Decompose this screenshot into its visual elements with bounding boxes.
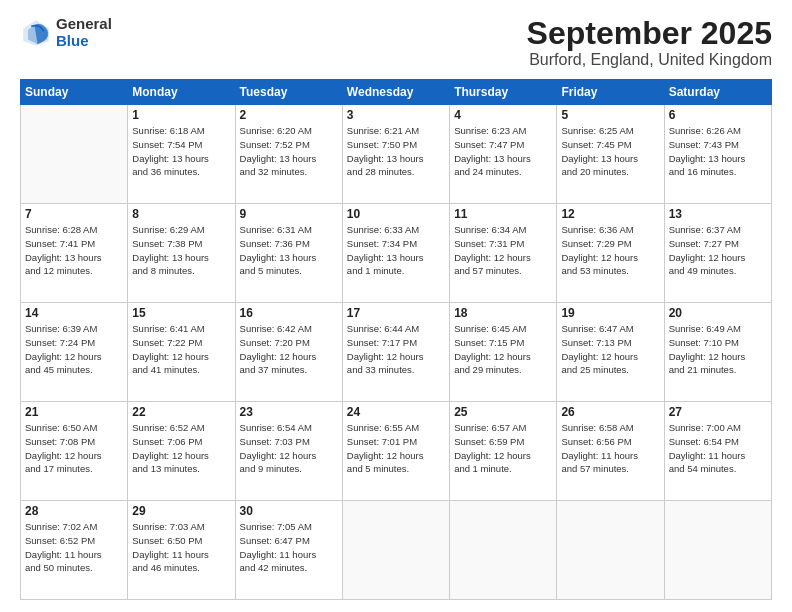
day-info: and 37 minutes. xyxy=(240,363,338,377)
col-thursday: Thursday xyxy=(450,80,557,105)
col-sunday: Sunday xyxy=(21,80,128,105)
day-number: 21 xyxy=(25,405,123,419)
day-info: and 42 minutes. xyxy=(240,561,338,575)
day-info: Daylight: 11 hours xyxy=(240,548,338,562)
day-info: Sunrise: 6:31 AM xyxy=(240,223,338,237)
day-info: Sunset: 7:34 PM xyxy=(347,237,445,251)
day-number: 25 xyxy=(454,405,552,419)
table-row: 4Sunrise: 6:23 AMSunset: 7:47 PMDaylight… xyxy=(450,105,557,204)
day-info: and 57 minutes. xyxy=(454,264,552,278)
day-info: and 46 minutes. xyxy=(132,561,230,575)
day-info: Sunset: 7:24 PM xyxy=(25,336,123,350)
day-info: Sunset: 7:45 PM xyxy=(561,138,659,152)
day-info: Sunrise: 6:37 AM xyxy=(669,223,767,237)
day-info: Sunset: 7:47 PM xyxy=(454,138,552,152)
day-info: Daylight: 12 hours xyxy=(25,350,123,364)
day-info: Sunrise: 6:55 AM xyxy=(347,421,445,435)
day-number: 20 xyxy=(669,306,767,320)
day-info: Sunrise: 7:00 AM xyxy=(669,421,767,435)
calendar-row-4: 28Sunrise: 7:02 AMSunset: 6:52 PMDayligh… xyxy=(21,501,772,600)
day-number: 9 xyxy=(240,207,338,221)
header: General Blue September 2025 Burford, Eng… xyxy=(20,16,772,69)
day-number: 27 xyxy=(669,405,767,419)
day-number: 5 xyxy=(561,108,659,122)
day-info: Sunset: 7:13 PM xyxy=(561,336,659,350)
day-info: Daylight: 11 hours xyxy=(25,548,123,562)
day-info: Sunrise: 6:45 AM xyxy=(454,322,552,336)
day-number: 29 xyxy=(132,504,230,518)
day-info: Sunset: 6:50 PM xyxy=(132,534,230,548)
day-info: and 28 minutes. xyxy=(347,165,445,179)
day-info: and 1 minute. xyxy=(454,462,552,476)
day-info: Sunrise: 6:54 AM xyxy=(240,421,338,435)
day-info: Sunset: 7:08 PM xyxy=(25,435,123,449)
page: General Blue September 2025 Burford, Eng… xyxy=(0,0,792,612)
day-info: Sunrise: 7:02 AM xyxy=(25,520,123,534)
table-row: 20Sunrise: 6:49 AMSunset: 7:10 PMDayligh… xyxy=(664,303,771,402)
table-row: 13Sunrise: 6:37 AMSunset: 7:27 PMDayligh… xyxy=(664,204,771,303)
day-info: and 53 minutes. xyxy=(561,264,659,278)
table-row: 1Sunrise: 6:18 AMSunset: 7:54 PMDaylight… xyxy=(128,105,235,204)
calendar-row-0: 1Sunrise: 6:18 AMSunset: 7:54 PMDaylight… xyxy=(21,105,772,204)
day-number: 7 xyxy=(25,207,123,221)
col-monday: Monday xyxy=(128,80,235,105)
table-row xyxy=(450,501,557,600)
day-info: and 32 minutes. xyxy=(240,165,338,179)
day-info: Sunset: 7:15 PM xyxy=(454,336,552,350)
table-row: 22Sunrise: 6:52 AMSunset: 7:06 PMDayligh… xyxy=(128,402,235,501)
day-info: Sunrise: 6:21 AM xyxy=(347,124,445,138)
day-info: and 5 minutes. xyxy=(240,264,338,278)
table-row: 24Sunrise: 6:55 AMSunset: 7:01 PMDayligh… xyxy=(342,402,449,501)
day-info: and 17 minutes. xyxy=(25,462,123,476)
logo-general: General xyxy=(56,16,112,33)
day-info: Sunrise: 6:26 AM xyxy=(669,124,767,138)
day-info: Sunrise: 6:29 AM xyxy=(132,223,230,237)
calendar-row-3: 21Sunrise: 6:50 AMSunset: 7:08 PMDayligh… xyxy=(21,402,772,501)
day-info: Sunset: 6:56 PM xyxy=(561,435,659,449)
day-info: Sunset: 7:03 PM xyxy=(240,435,338,449)
table-row: 27Sunrise: 7:00 AMSunset: 6:54 PMDayligh… xyxy=(664,402,771,501)
table-row: 29Sunrise: 7:03 AMSunset: 6:50 PMDayligh… xyxy=(128,501,235,600)
day-info: Daylight: 13 hours xyxy=(347,251,445,265)
day-info: Daylight: 12 hours xyxy=(240,449,338,463)
day-info: Daylight: 12 hours xyxy=(25,449,123,463)
day-info: Sunrise: 6:18 AM xyxy=(132,124,230,138)
table-row xyxy=(664,501,771,600)
day-info: Sunrise: 6:28 AM xyxy=(25,223,123,237)
day-info: Sunrise: 6:23 AM xyxy=(454,124,552,138)
day-info: Daylight: 12 hours xyxy=(240,350,338,364)
day-info: Sunset: 7:38 PM xyxy=(132,237,230,251)
day-info: and 24 minutes. xyxy=(454,165,552,179)
day-info: Sunrise: 6:20 AM xyxy=(240,124,338,138)
day-info: and 49 minutes. xyxy=(669,264,767,278)
day-number: 11 xyxy=(454,207,552,221)
logo-text: General Blue xyxy=(56,16,112,49)
day-number: 30 xyxy=(240,504,338,518)
table-row: 15Sunrise: 6:41 AMSunset: 7:22 PMDayligh… xyxy=(128,303,235,402)
day-info: Daylight: 13 hours xyxy=(25,251,123,265)
day-number: 24 xyxy=(347,405,445,419)
day-info: Sunset: 6:47 PM xyxy=(240,534,338,548)
day-info: and 57 minutes. xyxy=(561,462,659,476)
day-info: Sunset: 7:20 PM xyxy=(240,336,338,350)
day-info: Sunrise: 6:36 AM xyxy=(561,223,659,237)
day-info: Daylight: 12 hours xyxy=(347,350,445,364)
day-info: and 54 minutes. xyxy=(669,462,767,476)
day-info: Sunrise: 6:41 AM xyxy=(132,322,230,336)
table-row: 8Sunrise: 6:29 AMSunset: 7:38 PMDaylight… xyxy=(128,204,235,303)
col-saturday: Saturday xyxy=(664,80,771,105)
day-info: Daylight: 11 hours xyxy=(561,449,659,463)
table-row: 18Sunrise: 6:45 AMSunset: 7:15 PMDayligh… xyxy=(450,303,557,402)
day-info: Sunrise: 6:25 AM xyxy=(561,124,659,138)
day-info: Sunset: 7:10 PM xyxy=(669,336,767,350)
day-info: and 29 minutes. xyxy=(454,363,552,377)
day-info: Sunrise: 6:57 AM xyxy=(454,421,552,435)
day-info: Daylight: 13 hours xyxy=(669,152,767,166)
day-info: Sunrise: 7:05 AM xyxy=(240,520,338,534)
day-info: Sunrise: 6:34 AM xyxy=(454,223,552,237)
day-info: Daylight: 13 hours xyxy=(347,152,445,166)
table-row: 25Sunrise: 6:57 AMSunset: 6:59 PMDayligh… xyxy=(450,402,557,501)
day-info: Daylight: 13 hours xyxy=(240,251,338,265)
day-info: Sunset: 7:54 PM xyxy=(132,138,230,152)
day-info: Sunset: 6:59 PM xyxy=(454,435,552,449)
